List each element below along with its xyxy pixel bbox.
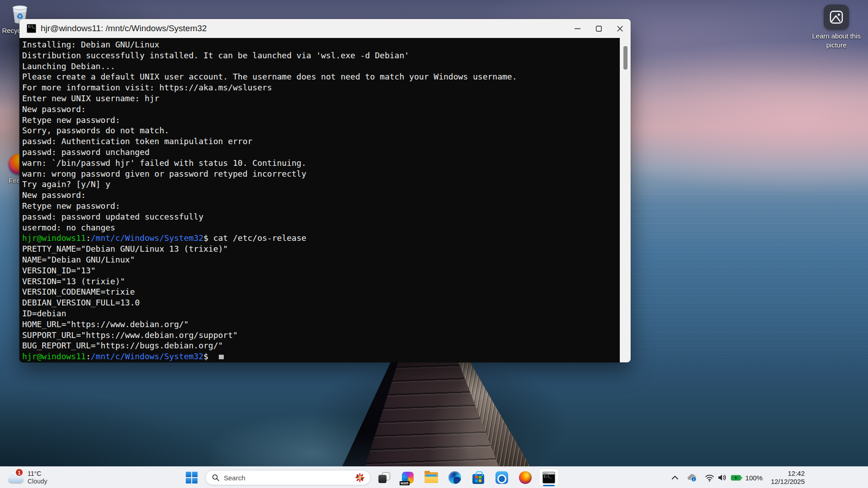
terminal-line: ID=debian — [22, 308, 619, 319]
terminal-line: Enter new UNIX username: hjr — [22, 93, 619, 104]
cloud-weather-icon: 1 — [8, 472, 24, 483]
battery-percentage: 100% — [745, 474, 763, 482]
terminal-line: BUG_REPORT_URL="https://bugs.debian.org/… — [22, 340, 619, 351]
terminal-icon: C:\_ — [542, 472, 555, 483]
close-icon — [617, 26, 623, 32]
m365-copilot-button[interactable]: M365 — [398, 469, 418, 487]
terminal-window: C:\_ hjr@windows11: /mnt/c/Windows/Syste… — [19, 19, 631, 362]
start-button[interactable] — [182, 469, 202, 487]
taskbar: 1 11°C Cloudy Search — [0, 466, 868, 488]
file-explorer-button[interactable] — [421, 469, 441, 487]
terminal-line: Sorry, passwords do not match. — [22, 125, 619, 136]
terminal-line: warn: wrong password given or password r… — [22, 169, 619, 179]
terminal-line: Try again? [y/N] y — [22, 179, 619, 190]
terminal-line: DEBIAN_VERSION_FULL=13.0 — [22, 297, 619, 308]
notification-badge: 1 — [15, 469, 23, 476]
active-app-indicator — [543, 485, 555, 486]
weather-widget[interactable]: 1 11°C Cloudy — [5, 469, 51, 487]
terminal-line: Launching Debian... — [22, 61, 619, 72]
wsl-terminal-button[interactable]: C:\_ — [539, 469, 559, 487]
outlook-icon — [495, 471, 508, 484]
firefox-taskbar-icon — [519, 471, 532, 484]
close-button[interactable] — [609, 19, 631, 38]
terminal-line: passwd: password updated successfully — [22, 211, 619, 222]
chevron-up-icon — [671, 475, 679, 480]
terminal-scrollbar[interactable] — [620, 38, 631, 362]
task-view-icon — [378, 471, 391, 484]
taskbar-center-group: Search M365 — [182, 469, 559, 487]
microsoft-store-button[interactable] — [468, 469, 488, 487]
terminal-line: Retype new password: — [22, 115, 619, 126]
terminal-content[interactable]: Installing: Debian GNU/LinuxDistribution… — [19, 38, 631, 362]
m365-copilot-icon: M365 — [401, 471, 414, 484]
picture-info-icon — [824, 5, 849, 30]
outlook-button[interactable] — [492, 469, 512, 487]
terminal-line: Distribution successfully installed. It … — [22, 50, 619, 61]
battery-charging-icon — [731, 474, 742, 481]
wallpaper-pier — [312, 356, 565, 466]
wifi-icon — [705, 474, 714, 482]
terminal-line: NAME="Debian GNU/Linux" — [22, 254, 619, 265]
network-volume-battery-button[interactable]: 100% — [703, 469, 765, 486]
minimize-icon — [575, 26, 580, 32]
terminal-line: New password: — [22, 104, 619, 115]
window-title: hjr@windows11: /mnt/c/Windows/System32 — [41, 23, 207, 33]
weather-condition: Cloudy — [28, 478, 47, 485]
terminal-line: Installing: Debian GNU/Linux — [22, 39, 619, 50]
console-window-icon: C:\_ — [27, 24, 36, 33]
clock[interactable]: 12:42 12/12/2025 — [768, 469, 807, 486]
terminal-line: HOME_URL="https://www.debian.org/" — [22, 319, 619, 330]
system-tray: i 100 — [669, 469, 807, 487]
poinsettia-flower-icon — [354, 472, 366, 483]
file-explorer-icon — [425, 472, 438, 483]
minimize-button[interactable] — [567, 19, 588, 38]
maximize-icon — [596, 26, 602, 32]
terminal-line: hjr@windows11:/mnt/c/Windows/System32$ c… — [22, 233, 619, 244]
terminal-line: PRETTY_NAME="Debian GNU/Linux 13 (trixie… — [22, 244, 619, 254]
microsoft-store-icon — [472, 474, 484, 484]
desktop: ♻ Recycle Bin Firefox Learn about this p… — [0, 0, 868, 488]
onedrive-cloud-icon: i — [686, 473, 697, 482]
edge-icon — [448, 471, 461, 484]
terminal-line: SUPPORT_URL="https://www.debian.org/supp… — [22, 330, 619, 341]
learn-about-picture-widget[interactable]: Learn about this picture — [807, 5, 865, 50]
terminal-line: VERSION_ID="13" — [22, 265, 619, 276]
terminal-line: VERSION="13 (trixie)" — [22, 276, 619, 287]
m365-badge: M365 — [400, 481, 410, 485]
edge-button[interactable] — [445, 469, 465, 487]
terminal-line: warn: `/bin/passwd hjr' failed with stat… — [22, 158, 619, 169]
search-icon — [212, 474, 219, 481]
tray-date: 12/12/2025 — [771, 478, 805, 486]
tray-overflow-button[interactable] — [669, 469, 681, 486]
window-titlebar[interactable]: C:\_ hjr@windows11: /mnt/c/Windows/Syste… — [19, 19, 631, 38]
volume-icon — [717, 474, 727, 482]
onedrive-button[interactable]: i — [684, 469, 699, 486]
maximize-button[interactable] — [588, 19, 609, 38]
terminal-line: New password: — [22, 190, 619, 201]
windows-logo-icon — [186, 472, 198, 483]
terminal-line: Retype new password: — [22, 201, 619, 211]
weather-temperature: 11°C — [28, 470, 47, 478]
terminal-line: VERSION_CODENAME=trixie — [22, 286, 619, 297]
terminal-output: Installing: Debian GNU/LinuxDistribution… — [22, 39, 619, 362]
terminal-line: usermod: no changes — [22, 222, 619, 233]
terminal-line: passwd: password unchanged — [22, 147, 619, 158]
water-texture — [624, 194, 868, 357]
task-view-button[interactable] — [374, 469, 394, 487]
search-input[interactable]: Search — [205, 470, 371, 485]
terminal-line: For more information visit: https://aka.… — [22, 82, 619, 93]
learn-about-label: Learn about this picture — [809, 32, 863, 50]
terminal-line: Please create a default UNIX user accoun… — [22, 71, 619, 82]
search-placeholder: Search — [224, 474, 354, 482]
terminal-line: hjr@windows11:/mnt/c/Windows/System32$ — [22, 351, 619, 362]
scrollbar-thumb[interactable] — [623, 46, 627, 70]
terminal-line: passwd: Authentication token manipulatio… — [22, 136, 619, 147]
firefox-button[interactable] — [515, 469, 535, 487]
tray-time: 12:42 — [788, 469, 805, 478]
terminal-cursor — [219, 355, 224, 359]
